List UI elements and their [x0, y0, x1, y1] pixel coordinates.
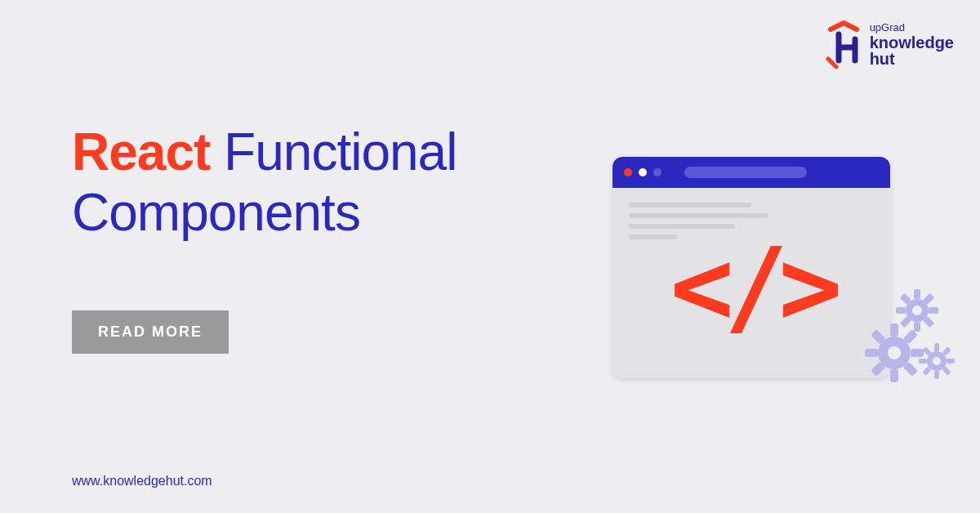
svg-point-9	[912, 306, 922, 315]
browser-url-bar-icon	[684, 167, 807, 178]
svg-rect-24	[947, 359, 955, 364]
window-dot-white-icon	[639, 168, 647, 176]
title-word-2: Components	[72, 183, 360, 242]
footer-url: www.knowledgehut.com	[72, 474, 212, 488]
svg-rect-4	[929, 307, 938, 314]
code-brackets-icon: </>	[670, 234, 833, 340]
page-title: React Functional Components	[72, 123, 457, 243]
svg-rect-12	[890, 369, 898, 382]
logo-hut-text: hut	[870, 51, 954, 67]
svg-point-29	[933, 357, 941, 365]
svg-rect-11	[890, 323, 898, 337]
read-more-button[interactable]: READ MORE	[72, 310, 229, 354]
svg-rect-2	[914, 322, 920, 332]
text-line-icon	[629, 203, 751, 207]
logo-text: upGrad knowledge hut	[870, 22, 954, 67]
title-word-1: Functional	[224, 123, 457, 181]
title-accent: React	[72, 123, 210, 181]
svg-rect-1	[914, 289, 920, 299]
window-dot-red-icon	[624, 168, 632, 176]
brand-logo: upGrad knowledge hut	[824, 20, 954, 69]
svg-rect-14	[911, 349, 924, 357]
code-window-illustration: </>	[612, 157, 923, 386]
svg-rect-3	[896, 307, 906, 314]
logo-knowledge-text: knowledge	[870, 34, 954, 51]
browser-titlebar	[612, 157, 890, 188]
window-dot-blue-icon	[653, 168, 662, 176]
svg-point-19	[888, 346, 901, 359]
browser-window-icon: </>	[612, 157, 890, 377]
browser-body: </>	[612, 188, 890, 377]
svg-rect-21	[934, 343, 939, 351]
gears-icon	[862, 288, 960, 394]
text-line-icon	[629, 213, 768, 218]
svg-rect-23	[919, 359, 927, 364]
svg-rect-13	[865, 349, 878, 357]
logo-upgrad-text: upGrad	[870, 22, 954, 33]
logo-mark-icon	[824, 20, 863, 69]
svg-rect-22	[934, 371, 939, 379]
